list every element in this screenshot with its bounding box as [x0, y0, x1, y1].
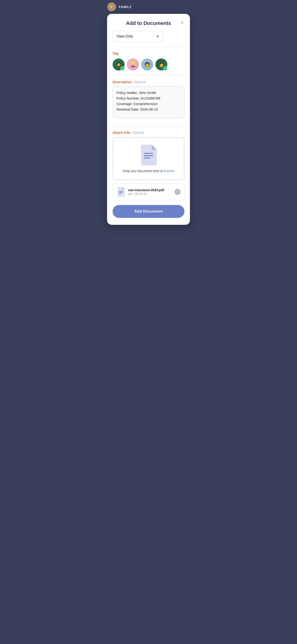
check-badge-1: ✓ — [120, 66, 124, 70]
svg-rect-1 — [144, 155, 153, 156]
attach-file-label-row: Attach File Optional — [112, 130, 184, 134]
modal-title: Add to Documents — [126, 20, 171, 26]
svg-rect-3 — [119, 191, 123, 192]
modal-header: Add to Documents × — [107, 14, 190, 31]
check-badge-4: ✓ — [163, 66, 168, 70]
uploaded-file-item: van-insurance-2024.pdf pdf • 232.54 kb × — [112, 183, 184, 200]
description-label-row: Description Optional — [112, 80, 184, 84]
tag-avatar-2[interactable]: 👱‍♀️ — [127, 58, 139, 70]
bg-title: FAMILY — [119, 5, 132, 9]
svg-rect-5 — [119, 193, 122, 194]
file-info: van-insurance-2024.pdf pdf • 232.54 kb — [128, 188, 172, 196]
divider-3 — [112, 126, 184, 126]
add-document-button[interactable]: Add Document — [112, 205, 184, 218]
tag-section-label: Tag — [112, 51, 184, 55]
screen: F FAMILY Add to Documents × View Only ▼ … — [104, 0, 194, 644]
file-remove-button[interactable]: × — [174, 189, 180, 195]
attach-file-label: Attach File — [112, 130, 130, 134]
tag-avatar-4[interactable]: 👩 ✓ — [156, 58, 168, 70]
description-label: Description — [112, 80, 132, 84]
file-icon — [116, 187, 125, 197]
bg-avatar: F — [107, 2, 116, 11]
drop-zone[interactable]: Drop your document here or browse — [112, 137, 184, 180]
drop-zone-text: Drop your document here or browse — [123, 169, 174, 173]
divider-1 — [112, 46, 184, 47]
background-header: F FAMILY — [104, 0, 194, 14]
modal: Add to Documents × View Only ▼ Tag 🧔 ✓ — [107, 14, 190, 225]
svg-rect-2 — [144, 158, 150, 158]
dropdown-arrow-icon: ▼ — [156, 34, 159, 38]
description-optional: Optional — [134, 80, 146, 84]
view-mode-dropdown[interactable]: View Only ▼ — [112, 31, 163, 42]
avatar-emoji-4: 👩 — [159, 62, 164, 67]
description-textarea[interactable]: Policy Holder: John Smith Policy Number:… — [112, 86, 184, 118]
dropdown-value: View Only — [116, 34, 133, 38]
modal-body: View Only ▼ Tag 🧔 ✓ 👱‍♀️ — [107, 31, 190, 218]
file-name: van-insurance-2024.pdf — [128, 188, 172, 192]
close-button[interactable]: × — [179, 19, 185, 26]
svg-rect-0 — [144, 153, 153, 154]
browse-link[interactable]: browse — [164, 169, 174, 173]
attach-file-optional: Optional — [132, 131, 144, 134]
avatar-emoji-1: 🧔 — [116, 62, 122, 67]
avatar-emoji-3: 🧑 — [144, 62, 150, 67]
tag-avatars-list: 🧔 ✓ 👱‍♀️ 🧑 — [112, 58, 184, 70]
file-meta: pdf • 232.54 kb — [128, 192, 172, 196]
tag-avatar-3[interactable]: 🧑 — [141, 58, 153, 70]
svg-rect-4 — [119, 192, 123, 193]
divider-2 — [112, 75, 184, 75]
document-icon — [139, 145, 158, 166]
avatar-emoji-2: 👱‍♀️ — [130, 62, 136, 67]
avatar-image-3: 🧑 — [141, 58, 153, 70]
avatar-image-2: 👱‍♀️ — [127, 58, 139, 70]
tag-avatar-1[interactable]: 🧔 ✓ — [112, 58, 124, 70]
